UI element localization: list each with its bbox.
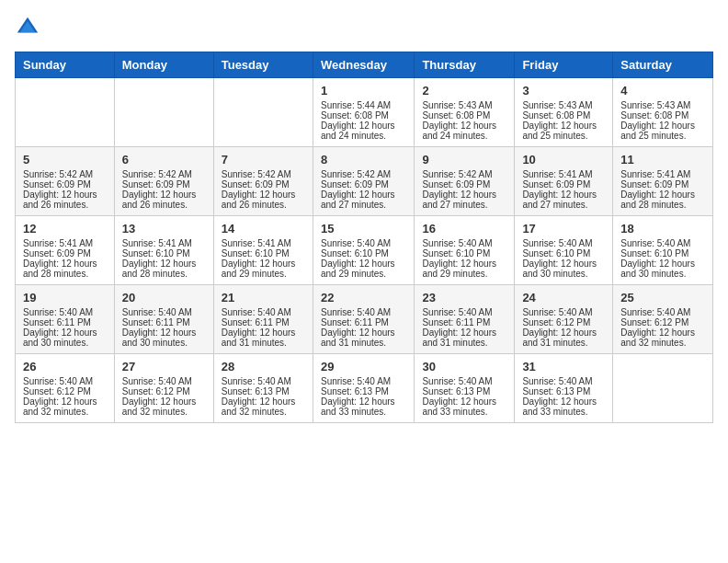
calendar-header-row: SundayMondayTuesdayWednesdayThursdayFrid… <box>16 52 713 78</box>
daylight-text: Daylight: 12 hours and 33 minutes. <box>422 396 496 417</box>
daylight-text: Daylight: 12 hours and 27 minutes. <box>522 190 597 210</box>
sunrise-text: Sunrise: 5:41 AM <box>222 238 291 248</box>
day-number: 31 <box>522 360 605 373</box>
sunrise-text: Sunrise: 5:42 AM <box>422 169 492 179</box>
daylight-text: Daylight: 12 hours and 27 minutes. <box>321 190 395 210</box>
day-number: 16 <box>422 222 506 236</box>
calendar-cell: 13Sunrise: 5:41 AMSunset: 6:10 PMDayligh… <box>114 216 213 285</box>
calendar-cell: 26Sunrise: 5:40 AMSunset: 6:12 PMDayligh… <box>16 354 115 423</box>
sunrise-text: Sunrise: 5:40 AM <box>122 376 192 386</box>
day-number: 6 <box>122 153 206 167</box>
day-number: 8 <box>321 153 406 167</box>
calendar-cell: 9Sunrise: 5:42 AMSunset: 6:09 PMDaylight… <box>415 147 515 216</box>
calendar-cell: 24Sunrise: 5:40 AMSunset: 6:12 PMDayligh… <box>515 285 613 354</box>
sunset-text: Sunset: 6:13 PM <box>321 386 389 396</box>
day-number: 7 <box>222 153 305 167</box>
day-number: 9 <box>422 153 506 167</box>
day-number: 18 <box>620 222 705 236</box>
sunrise-text: Sunrise: 5:43 AM <box>620 100 690 110</box>
day-number: 15 <box>321 222 406 236</box>
sunrise-text: Sunrise: 5:40 AM <box>522 307 592 317</box>
day-number: 25 <box>620 291 705 304</box>
daylight-text: Daylight: 12 hours and 30 minutes. <box>122 327 197 348</box>
day-number: 10 <box>522 153 605 167</box>
day-number: 5 <box>23 153 107 167</box>
calendar-cell: 25Sunrise: 5:40 AMSunset: 6:12 PMDayligh… <box>613 285 713 354</box>
calendar-day-header: Friday <box>515 52 613 78</box>
calendar-day-header: Tuesday <box>213 52 313 78</box>
calendar-cell: 2Sunrise: 5:43 AMSunset: 6:08 PMDaylight… <box>415 78 515 147</box>
calendar-cell: 19Sunrise: 5:40 AMSunset: 6:11 PMDayligh… <box>16 285 115 354</box>
day-number: 17 <box>522 222 605 236</box>
sunset-text: Sunset: 6:09 PM <box>23 179 91 190</box>
calendar-cell: 27Sunrise: 5:40 AMSunset: 6:12 PMDayligh… <box>114 354 213 423</box>
calendar-week-row: 19Sunrise: 5:40 AMSunset: 6:11 PMDayligh… <box>16 285 713 354</box>
calendar-cell <box>613 354 713 423</box>
sunrise-text: Sunrise: 5:40 AM <box>620 238 690 248</box>
calendar-table: SundayMondayTuesdayWednesdayThursdayFrid… <box>15 52 713 423</box>
day-number: 30 <box>422 360 506 373</box>
calendar-cell <box>114 78 213 147</box>
calendar-cell <box>16 78 115 147</box>
sunset-text: Sunset: 6:09 PM <box>122 179 190 190</box>
daylight-text: Daylight: 12 hours and 31 minutes. <box>422 327 496 348</box>
sunset-text: Sunset: 6:09 PM <box>23 248 91 259</box>
day-number: 24 <box>522 291 605 304</box>
calendar-day-header: Sunday <box>16 52 115 78</box>
day-number: 14 <box>222 222 305 236</box>
day-number: 1 <box>321 84 406 98</box>
sunset-text: Sunset: 6:10 PM <box>620 248 688 259</box>
daylight-text: Daylight: 12 hours and 32 minutes. <box>222 396 296 417</box>
day-number: 2 <box>422 84 506 98</box>
calendar-cell: 30Sunrise: 5:40 AMSunset: 6:13 PMDayligh… <box>415 354 515 423</box>
calendar-cell: 16Sunrise: 5:40 AMSunset: 6:10 PMDayligh… <box>415 216 515 285</box>
sunset-text: Sunset: 6:08 PM <box>321 110 389 121</box>
logo <box>15 15 44 40</box>
sunrise-text: Sunrise: 5:40 AM <box>23 307 93 317</box>
sunset-text: Sunset: 6:12 PM <box>122 386 190 396</box>
sunrise-text: Sunrise: 5:40 AM <box>222 307 291 317</box>
daylight-text: Daylight: 12 hours and 26 minutes. <box>122 190 197 210</box>
daylight-text: Daylight: 12 hours and 26 minutes. <box>23 190 97 210</box>
day-number: 28 <box>222 360 305 373</box>
sunrise-text: Sunrise: 5:41 AM <box>522 169 592 179</box>
daylight-text: Daylight: 12 hours and 32 minutes. <box>23 396 97 417</box>
daylight-text: Daylight: 12 hours and 24 minutes. <box>321 121 395 141</box>
daylight-text: Daylight: 12 hours and 29 minutes. <box>422 259 496 279</box>
day-number: 27 <box>122 360 206 373</box>
sunset-text: Sunset: 6:10 PM <box>122 248 190 259</box>
sunset-text: Sunset: 6:11 PM <box>23 317 91 327</box>
calendar-cell: 20Sunrise: 5:40 AMSunset: 6:11 PMDayligh… <box>114 285 213 354</box>
sunrise-text: Sunrise: 5:43 AM <box>522 100 592 110</box>
sunset-text: Sunset: 6:10 PM <box>321 248 389 259</box>
sunset-text: Sunset: 6:09 PM <box>620 179 688 190</box>
calendar-week-row: 12Sunrise: 5:41 AMSunset: 6:09 PMDayligh… <box>16 216 713 285</box>
day-number: 26 <box>23 360 107 373</box>
daylight-text: Daylight: 12 hours and 30 minutes. <box>522 259 597 279</box>
sunrise-text: Sunrise: 5:40 AM <box>522 238 592 248</box>
sunset-text: Sunset: 6:11 PM <box>222 317 290 327</box>
sunrise-text: Sunrise: 5:41 AM <box>122 238 192 248</box>
calendar-day-header: Monday <box>114 52 213 78</box>
daylight-text: Daylight: 12 hours and 29 minutes. <box>321 259 395 279</box>
sunrise-text: Sunrise: 5:42 AM <box>321 169 391 179</box>
sunset-text: Sunset: 6:09 PM <box>422 179 490 190</box>
sunset-text: Sunset: 6:10 PM <box>422 248 490 259</box>
day-number: 3 <box>522 84 605 98</box>
daylight-text: Daylight: 12 hours and 27 minutes. <box>422 190 496 210</box>
daylight-text: Daylight: 12 hours and 28 minutes. <box>620 190 695 210</box>
sunset-text: Sunset: 6:12 PM <box>620 317 688 327</box>
daylight-text: Daylight: 12 hours and 28 minutes. <box>23 259 97 279</box>
sunrise-text: Sunrise: 5:40 AM <box>620 307 690 317</box>
sunrise-text: Sunrise: 5:44 AM <box>321 100 391 110</box>
day-number: 11 <box>620 153 705 167</box>
sunrise-text: Sunrise: 5:40 AM <box>522 376 592 386</box>
daylight-text: Daylight: 12 hours and 31 minutes. <box>522 327 597 348</box>
daylight-text: Daylight: 12 hours and 33 minutes. <box>321 396 395 417</box>
sunset-text: Sunset: 6:10 PM <box>222 248 290 259</box>
daylight-text: Daylight: 12 hours and 25 minutes. <box>620 121 695 141</box>
logo-icon <box>15 15 40 40</box>
sunset-text: Sunset: 6:13 PM <box>522 386 590 396</box>
daylight-text: Daylight: 12 hours and 33 minutes. <box>522 396 597 417</box>
calendar-cell: 12Sunrise: 5:41 AMSunset: 6:09 PMDayligh… <box>16 216 115 285</box>
